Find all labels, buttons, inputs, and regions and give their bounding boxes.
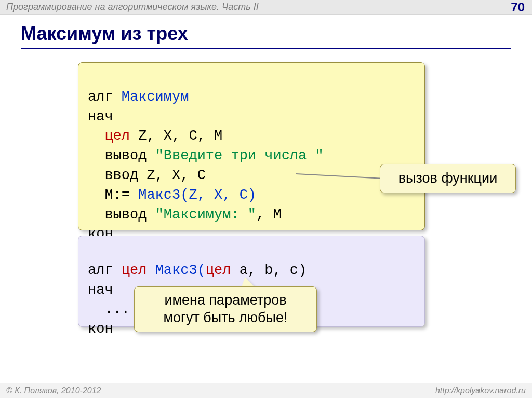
copyright: © К. Поляков, 2010-2012 <box>6 386 101 395</box>
code-line: M:= Макс3(Z, X, C) <box>88 187 256 203</box>
code-line: алг Максимум <box>88 89 189 105</box>
footer: © К. Поляков, 2010-2012 http://kpolyakov… <box>0 383 532 398</box>
code-line: кон <box>88 321 113 337</box>
lecture-title: Программирование на алгоритмическом язык… <box>6 2 259 12</box>
code-line: вывод "Введите три числа " <box>88 148 324 163</box>
callout-text: имена параметров <box>164 292 286 309</box>
slide-title: Максимум из трех <box>21 23 511 49</box>
code-line: ... <box>88 301 130 317</box>
code-line: алг цел Макс3(цел a, b, c) <box>88 263 307 278</box>
page-number: 70 <box>511 0 526 15</box>
callout-function-call: вызов функции <box>380 164 516 193</box>
callout-param-names: имена параметров могут быть любые! <box>134 286 317 332</box>
code-line: нач <box>88 109 113 125</box>
code-line: нач <box>88 282 113 298</box>
callout-text: вызов функции <box>398 170 497 187</box>
callout-text: могут быть любые! <box>164 309 288 327</box>
footer-url: http://kpolyakov.narod.ru <box>435 386 526 395</box>
code-line: вывод "Максимум: ", M <box>88 207 282 223</box>
topbar: Программирование на алгоритмическом язык… <box>0 0 532 15</box>
slide: Программирование на алгоритмическом язык… <box>0 0 532 398</box>
code-block-main: алг Максимум нач цел Z, X, C, M вывод "В… <box>78 62 425 230</box>
code-line: цел Z, X, C, M <box>88 128 222 144</box>
code-line: ввод Z, X, C <box>88 168 206 183</box>
